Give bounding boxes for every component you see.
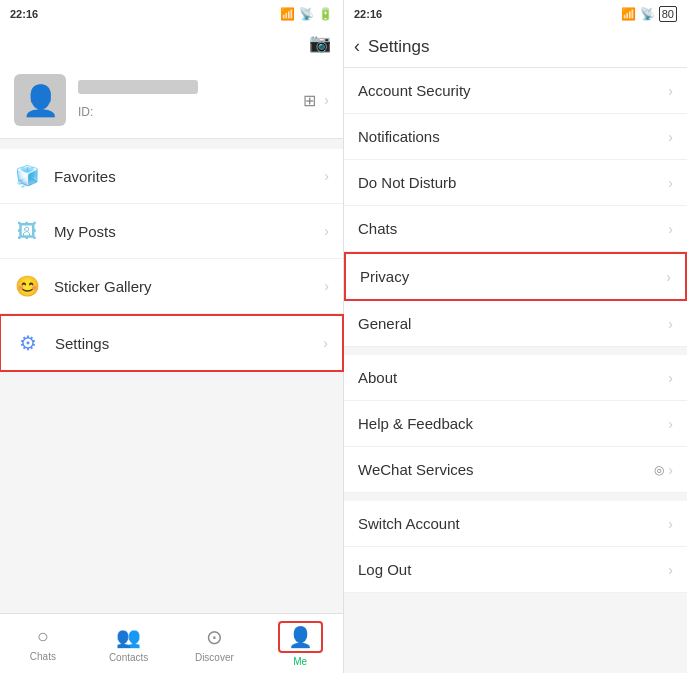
switch-account-label: Switch Account	[358, 515, 668, 532]
me-nav-icon: 👤	[288, 626, 313, 648]
wifi-icon: 📡	[299, 7, 314, 21]
wechat-services-extra-icon: ◎	[654, 463, 664, 477]
menu-item-my-posts[interactable]: 🖼 My Posts ›	[0, 204, 343, 259]
general-label: General	[358, 315, 668, 332]
settings-header: ‹ Settings	[344, 28, 687, 68]
nav-item-me[interactable]: 👤 Me	[257, 621, 343, 667]
sticker-label: Sticker Gallery	[54, 278, 324, 295]
account-security-label: Account Security	[358, 82, 668, 99]
battery-icon: 🔋	[318, 7, 333, 21]
left-panel: 22:16 📶 📡 🔋 📷 👤 ID: ⊞ › 🧊 Favorites ›	[0, 0, 343, 673]
settings-title: Settings	[368, 37, 429, 57]
settings-item-general[interactable]: General ›	[344, 301, 687, 347]
settings-item-wechat-services[interactable]: WeChat Services ◎ ›	[344, 447, 687, 493]
profile-actions: ⊞ ›	[303, 91, 329, 110]
settings-item-switch-account[interactable]: Switch Account ›	[344, 501, 687, 547]
posts-chevron-icon: ›	[324, 223, 329, 239]
contacts-nav-icon: 👥	[116, 625, 141, 649]
right-time: 22:16	[354, 8, 382, 20]
settings-item-notifications[interactable]: Notifications ›	[344, 114, 687, 160]
camera-icon[interactable]: 📷	[309, 32, 331, 54]
settings-item-chats[interactable]: Chats ›	[344, 206, 687, 252]
settings-chevron-icon: ›	[323, 335, 328, 351]
left-status-bar: 22:16 📶 📡 🔋	[0, 0, 343, 28]
settings-divider-1	[344, 347, 687, 355]
right-signal-icon: 📶	[621, 7, 636, 21]
about-chevron-icon: ›	[668, 370, 673, 386]
signal-icon: 📶	[280, 7, 295, 21]
left-top-bar: 📷	[0, 28, 343, 62]
notifications-label: Notifications	[358, 128, 668, 145]
nav-item-contacts[interactable]: 👥 Contacts	[86, 625, 172, 663]
about-label: About	[358, 369, 668, 386]
log-out-chevron-icon: ›	[668, 562, 673, 578]
right-status-bar: 22:16 📶 📡 80	[344, 0, 687, 28]
avatar-icon: 👤	[22, 83, 59, 118]
profile-section[interactable]: 👤 ID: ⊞ ›	[0, 62, 343, 139]
favorites-chevron-icon: ›	[324, 168, 329, 184]
menu-item-sticker-gallery[interactable]: 😊 Sticker Gallery ›	[0, 259, 343, 314]
switch-account-chevron-icon: ›	[668, 516, 673, 532]
do-not-disturb-chevron-icon: ›	[668, 175, 673, 191]
menu-section: 🧊 Favorites › 🖼 My Posts › 😊 Sticker Gal…	[0, 149, 343, 372]
sticker-chevron-icon: ›	[324, 278, 329, 294]
bottom-nav: ○ Chats 👥 Contacts ⊙ Discover 👤 Me	[0, 613, 343, 673]
wechat-services-chevron-icon: ›	[668, 462, 673, 478]
do-not-disturb-label: Do Not Disturb	[358, 174, 668, 191]
right-status-icons: 📶 📡 80	[621, 6, 677, 22]
help-feedback-label: Help & Feedback	[358, 415, 668, 432]
chats-settings-label: Chats	[358, 220, 668, 237]
settings-item-privacy[interactable]: Privacy ›	[344, 252, 687, 301]
settings-list: Account Security › Notifications › Do No…	[344, 68, 687, 673]
discover-nav-icon: ⊙	[206, 625, 223, 649]
chats-nav-label: Chats	[30, 651, 56, 662]
avatar: 👤	[14, 74, 66, 126]
right-wifi-icon: 📡	[640, 7, 655, 21]
posts-icon: 🖼	[14, 218, 40, 244]
back-button[interactable]: ‹	[354, 36, 360, 57]
settings-item-help-feedback[interactable]: Help & Feedback ›	[344, 401, 687, 447]
settings-item-about[interactable]: About ›	[344, 355, 687, 401]
nav-item-discover[interactable]: ⊙ Discover	[172, 625, 258, 663]
privacy-chevron-icon: ›	[666, 269, 671, 285]
right-panel: 22:16 📶 📡 80 ‹ Settings Account Security…	[343, 0, 687, 673]
me-nav-highlight: 👤	[278, 621, 323, 653]
contacts-nav-label: Contacts	[109, 652, 148, 663]
profile-name-bar	[78, 80, 198, 94]
account-security-chevron-icon: ›	[668, 83, 673, 99]
notifications-chevron-icon: ›	[668, 129, 673, 145]
chats-nav-icon: ○	[37, 625, 49, 648]
right-battery-icon: 80	[659, 6, 677, 22]
settings-item-log-out[interactable]: Log Out ›	[344, 547, 687, 593]
left-status-icons: 📶 📡 🔋	[280, 7, 333, 21]
left-time: 22:16	[10, 8, 38, 20]
profile-id: ID:	[78, 105, 93, 119]
wechat-services-label: WeChat Services	[358, 461, 654, 478]
favorites-icon: 🧊	[14, 163, 40, 189]
log-out-label: Log Out	[358, 561, 668, 578]
settings-item-do-not-disturb[interactable]: Do Not Disturb ›	[344, 160, 687, 206]
discover-nav-label: Discover	[195, 652, 234, 663]
profile-info: ID:	[78, 80, 303, 120]
nav-item-chats[interactable]: ○ Chats	[0, 625, 86, 662]
menu-item-favorites[interactable]: 🧊 Favorites ›	[0, 149, 343, 204]
general-chevron-icon: ›	[668, 316, 673, 332]
qr-icon[interactable]: ⊞	[303, 91, 316, 110]
chats-settings-chevron-icon: ›	[668, 221, 673, 237]
profile-chevron-icon: ›	[324, 92, 329, 108]
posts-label: My Posts	[54, 223, 324, 240]
menu-item-settings[interactable]: ⚙ Settings ›	[0, 314, 344, 372]
settings-divider-2	[344, 493, 687, 501]
favorites-label: Favorites	[54, 168, 324, 185]
settings-item-account-security[interactable]: Account Security ›	[344, 68, 687, 114]
sticker-icon: 😊	[14, 273, 40, 299]
settings-label: Settings	[55, 335, 323, 352]
help-feedback-chevron-icon: ›	[668, 416, 673, 432]
settings-icon: ⚙	[15, 330, 41, 356]
me-nav-label: Me	[293, 656, 307, 667]
privacy-label: Privacy	[360, 268, 666, 285]
